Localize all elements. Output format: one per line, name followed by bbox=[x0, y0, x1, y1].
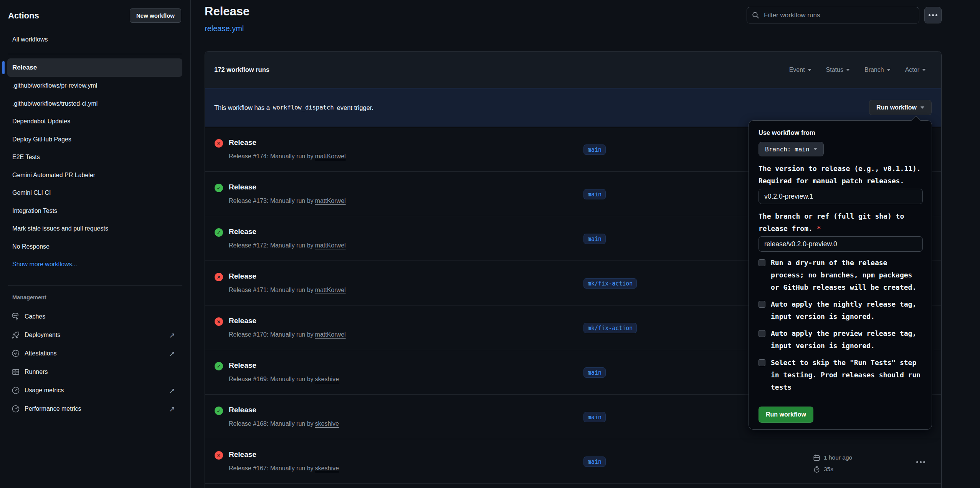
checkbox-label[interactable]: Select to skip the "Run Tests" step in t… bbox=[771, 357, 923, 393]
sidebar-item-runners[interactable]: Runners bbox=[0, 363, 190, 381]
sidebar-item-performance-metrics[interactable]: Performance metrics ↗ bbox=[0, 400, 190, 418]
runs-filters: Event Status Branch Actor bbox=[789, 66, 926, 73]
dry-run-checkbox[interactable] bbox=[759, 259, 765, 266]
ref-help-text: The branch or ref (full git sha) to rele… bbox=[759, 210, 925, 235]
run-workflow-popover: Use workflow from Branch: main The versi… bbox=[749, 120, 932, 430]
actor-link[interactable]: skeshive bbox=[315, 376, 339, 382]
sidebar-item-integration-tests[interactable]: Integration Tests bbox=[0, 202, 190, 220]
sidebar-item-all-workflows[interactable]: All workflows bbox=[12, 36, 48, 43]
sidebar-item-attestations[interactable]: Attestations ↗ bbox=[0, 344, 190, 363]
sidebar-item-pr-review[interactable]: .github/workflows/pr-review.yml bbox=[0, 77, 190, 95]
checkbox-label[interactable]: Auto apply the nightly release tag, inpu… bbox=[771, 298, 923, 323]
run-description: Release #172: Manually run bymattKorwel bbox=[229, 242, 346, 249]
actor-link[interactable]: mattKorwel bbox=[315, 153, 346, 159]
run-title-link[interactable]: Release bbox=[229, 406, 256, 414]
checkbox-label[interactable]: Run a dry-run of the release process; no… bbox=[771, 257, 923, 294]
runs-count: 172 workflow runs bbox=[214, 66, 269, 73]
filter-workflow-runs-input[interactable] bbox=[747, 7, 919, 23]
run-description: Release #174: Manually run bymattKorwel bbox=[229, 153, 346, 160]
sidebar-item-no-response[interactable]: No Response bbox=[0, 238, 190, 256]
nightly-tag-checkbox[interactable] bbox=[759, 301, 765, 308]
management-nav: Caches Deployments ↗ Attestations ↗ Runn… bbox=[0, 307, 190, 418]
ref-input[interactable] bbox=[759, 236, 923, 252]
sidebar-item-label: Usage metrics bbox=[25, 387, 64, 394]
banner-code: workflow_dispatch bbox=[273, 104, 334, 111]
sidebar-item-trusted-ci[interactable]: .github/workflows/trusted-ci.yml bbox=[0, 95, 190, 113]
skip-tests-checkbox[interactable] bbox=[759, 359, 765, 366]
sidebar-item-e2e-tests[interactable]: E2E Tests bbox=[0, 148, 190, 166]
failure-status-icon bbox=[215, 273, 223, 281]
branch-badge[interactable]: mk/fix-action bbox=[583, 278, 637, 289]
preview-tag-checkbox[interactable] bbox=[759, 330, 765, 337]
branch-badge[interactable]: main bbox=[583, 412, 606, 422]
actor-link[interactable]: mattKorwel bbox=[315, 287, 346, 293]
filter-branch-dropdown[interactable]: Branch bbox=[864, 66, 891, 73]
sidebar-item-mark-stale[interactable]: Mark stale issues and pull requests bbox=[0, 220, 190, 238]
show-more-workflows-link[interactable]: Show more workflows... bbox=[0, 256, 190, 274]
sidebar-item-dependabot-updates[interactable]: Dependabot Updates bbox=[0, 113, 190, 131]
sidebar-divider bbox=[8, 285, 182, 286]
calendar-icon bbox=[813, 454, 820, 461]
selected-accent-bar bbox=[2, 61, 5, 74]
branch-badge[interactable]: main bbox=[583, 367, 606, 378]
branch-badge[interactable]: main bbox=[583, 456, 606, 467]
sidebar-item-usage-metrics[interactable]: Usage metrics ↗ bbox=[0, 381, 190, 400]
workflow-run-row[interactable]: Release Release #167: Manually run byske… bbox=[205, 439, 941, 484]
filter-actor-dropdown[interactable]: Actor bbox=[905, 66, 926, 73]
branch-select-button[interactable]: Branch: main bbox=[759, 142, 824, 156]
sidebar-item-label: Performance metrics bbox=[25, 405, 81, 412]
sidebar-item-release-selected[interactable]: Release bbox=[7, 58, 182, 77]
run-title-link[interactable]: Release bbox=[229, 450, 256, 459]
success-status-icon bbox=[215, 407, 223, 415]
new-workflow-button[interactable]: New workflow bbox=[130, 8, 181, 23]
run-workflow-submit-button[interactable]: Run workflow bbox=[759, 407, 813, 423]
checkbox-label[interactable]: Auto apply the preview release tag, inpu… bbox=[771, 327, 923, 352]
sidebar-item-deployments[interactable]: Deployments ↗ bbox=[0, 326, 190, 344]
sidebar-header: Actions New workflow bbox=[8, 8, 181, 23]
workflow-nav: Release .github/workflows/pr-review.yml … bbox=[0, 58, 190, 274]
actor-link[interactable]: skeshive bbox=[315, 420, 339, 427]
preview-tag-checkbox-row: Auto apply the preview release tag, inpu… bbox=[759, 327, 925, 352]
run-title-link[interactable]: Release bbox=[229, 227, 256, 236]
workflow-file-link[interactable]: release.yml bbox=[205, 24, 244, 33]
branch-badge[interactable]: main bbox=[583, 234, 606, 244]
actor-link[interactable]: mattKorwel bbox=[315, 242, 346, 249]
cache-database-icon bbox=[12, 312, 20, 321]
run-title-link[interactable]: Release bbox=[229, 138, 256, 147]
sidebar-item-gemini-cli-ci[interactable]: Gemini CLI CI bbox=[0, 184, 190, 202]
branch-badge[interactable]: main bbox=[583, 144, 606, 155]
run-options-button[interactable] bbox=[920, 458, 935, 466]
success-status-icon bbox=[215, 362, 223, 370]
run-title-link[interactable]: Release bbox=[229, 361, 256, 370]
branch-badge[interactable]: mk/fix-action bbox=[583, 323, 637, 333]
sidebar-item-gemini-automated-pr-labeler[interactable]: Gemini Automated PR Labeler bbox=[0, 166, 190, 184]
run-description: Release #169: Manually run byskeshive bbox=[229, 376, 339, 383]
popover-heading: Use workflow from bbox=[759, 129, 925, 136]
management-section-label: Management bbox=[12, 294, 46, 300]
kebab-horizontal-icon bbox=[932, 14, 934, 16]
external-link-icon: ↗ bbox=[169, 331, 175, 340]
actor-link[interactable]: skeshive bbox=[315, 465, 339, 471]
run-description: Release #168: Manually run byskeshive bbox=[229, 420, 339, 427]
filter-status-dropdown[interactable]: Status bbox=[826, 66, 850, 73]
version-input[interactable] bbox=[759, 189, 923, 204]
run-workflow-dropdown-button[interactable]: Run workflow bbox=[869, 100, 932, 115]
run-title-link[interactable]: Release bbox=[229, 183, 256, 191]
actor-link[interactable]: mattKorwel bbox=[315, 331, 346, 338]
filter-event-dropdown[interactable]: Event bbox=[789, 66, 811, 73]
run-title-link[interactable]: Release bbox=[229, 272, 256, 281]
sidebar-item-label: Release bbox=[12, 64, 37, 71]
actor-link[interactable]: mattKorwel bbox=[315, 198, 346, 204]
branch-badge[interactable]: main bbox=[583, 189, 606, 199]
verified-badge-icon bbox=[12, 349, 20, 358]
filter-search bbox=[747, 7, 919, 23]
chevron-down-icon bbox=[846, 69, 850, 71]
run-description: Release #173: Manually run bymattKorwel bbox=[229, 198, 346, 204]
actions-title: Actions bbox=[8, 11, 39, 21]
run-title-link[interactable]: Release bbox=[229, 317, 256, 325]
sidebar-item-caches[interactable]: Caches bbox=[0, 307, 190, 326]
success-status-icon bbox=[215, 184, 223, 192]
workflow-options-button[interactable] bbox=[924, 7, 942, 23]
sidebar-item-deploy-github-pages[interactable]: Deploy GitHub Pages bbox=[0, 131, 190, 149]
failure-status-icon bbox=[215, 139, 223, 148]
